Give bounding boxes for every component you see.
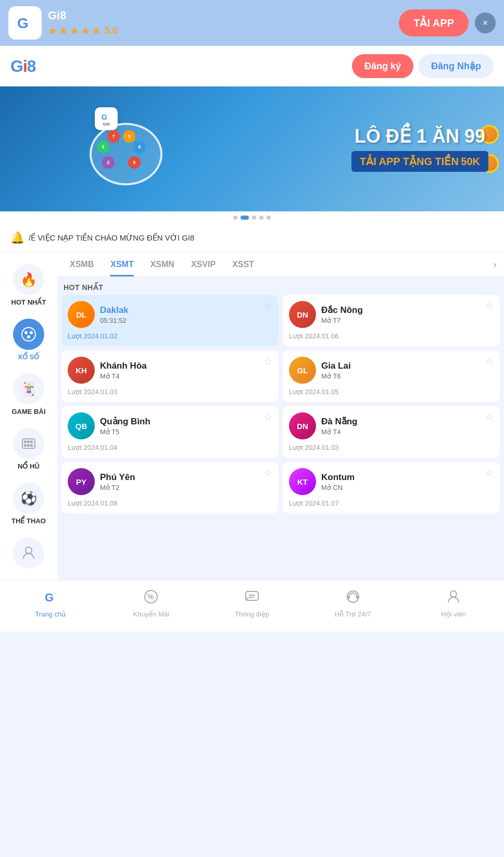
tab-xsst[interactable]: XSST bbox=[224, 253, 262, 276]
fav-quangbinh[interactable]: ☆ bbox=[264, 411, 272, 423]
dot-3[interactable] bbox=[252, 216, 256, 220]
badge-danang: DN bbox=[289, 412, 316, 439]
card-header-gialai: GL Gia Lai Mở T6 bbox=[289, 357, 494, 384]
nav-label-hotro: Hỗ Trợ 24/7 bbox=[335, 610, 371, 618]
time-danang: Mở T4 bbox=[321, 428, 494, 436]
login-button[interactable]: Đăng Nhập bbox=[419, 54, 494, 78]
tab-xsmn[interactable]: XSMN bbox=[142, 253, 183, 276]
thongdiep-icon bbox=[244, 589, 260, 608]
sidebar-item-nohu[interactable]: NỔ HŨ bbox=[0, 422, 57, 476]
fav-gialai[interactable]: ☆ bbox=[485, 356, 494, 367]
fav-phuyen[interactable]: ☆ bbox=[264, 467, 272, 478]
lottery-card-kontum[interactable]: ☆ KT Kontum Mở CN Lượt 2024.01.07 bbox=[283, 462, 500, 513]
ball-1: 7 bbox=[107, 130, 120, 143]
sidebar-item-xoso[interactable]: XỔ SỐ bbox=[0, 312, 57, 367]
lottery-card-quangbinh[interactable]: ☆ QB Quảng Bình Mở T5 Lượt 2024.01.04 bbox=[61, 406, 279, 458]
footer-quangbinh: Lượt 2024.01.04 bbox=[68, 444, 272, 451]
name-danang: Đà Nẵng bbox=[321, 416, 494, 427]
svg-rect-12 bbox=[30, 444, 33, 447]
banner-subtitle: TẢI APP TẶNG TIỀN 50K bbox=[351, 151, 488, 172]
info-phuyen: Phú Yên Mở T2 bbox=[100, 472, 272, 491]
nohu-icon bbox=[13, 428, 44, 459]
notification-bar: 🔔 /Ề VIỆC NẠP TIỀN CHÀO MỪNG ĐẾN VỚI GI8 bbox=[0, 224, 504, 253]
sidebar-label-hot: HOT NHẤT bbox=[11, 298, 46, 306]
info-gialai: Gia Lai Mở T6 bbox=[321, 361, 494, 380]
home-icon: G bbox=[43, 589, 58, 608]
time-khanhhoa: Mở T4 bbox=[100, 372, 272, 380]
footer-gialai: Lượt 2024.01.05 bbox=[289, 388, 494, 396]
star-4: ★ bbox=[81, 24, 90, 37]
time-phuyen: Mở T2 bbox=[100, 484, 272, 491]
name-dacnong: Đắc Nông bbox=[321, 305, 494, 316]
lottery-card-daklak[interactable]: ☆ DL Daklak 05:31:52 Lượt 2024.01.02 bbox=[61, 295, 279, 346]
info-dacnong: Đắc Nông Mở T7 bbox=[321, 305, 494, 324]
nav-item-khuyenmai[interactable]: % Khuyến Mãi bbox=[101, 586, 202, 621]
lottery-card-phuyen[interactable]: ☆ PY Phú Yên Mở T2 Lượt 2024.01.08 bbox=[61, 462, 279, 513]
tab-xsvip[interactable]: XSVIP bbox=[183, 253, 224, 276]
svg-point-2 bbox=[22, 327, 35, 341]
close-banner-button[interactable]: × bbox=[475, 12, 496, 33]
info-daklak: Daklak 05:31:52 bbox=[100, 305, 272, 324]
fav-daklak[interactable]: ☆ bbox=[264, 300, 272, 311]
main-banner[interactable]: G Gi8 7 3 9 6 2 5 LÔ ĐỀ 1 ĂN 99 TẢI APP … bbox=[0, 86, 504, 211]
name-khanhhoa: Khánh Hòa bbox=[100, 361, 272, 371]
sidebar-item-thethao[interactable]: ⚽ THỂ THAO bbox=[0, 476, 57, 531]
lottery-grid: ☆ DL Daklak 05:31:52 Lượt 2024.01.02 ☆ D… bbox=[57, 295, 504, 518]
nav-label-home: Trang chủ bbox=[35, 610, 66, 618]
app-info: Gi8 ★ ★ ★ ★ ★ 5.0 bbox=[48, 9, 393, 37]
header-nav: Gi8 Đăng ký Đăng Nhập bbox=[0, 46, 504, 86]
nav-item-hotro[interactable]: Hỗ Trợ 24/7 bbox=[303, 586, 404, 621]
svg-text:G: G bbox=[45, 591, 54, 604]
sidebar-label-gamebai: GAME BÀI bbox=[12, 408, 46, 415]
svg-point-4 bbox=[30, 331, 33, 334]
bell-icon: 🔔 bbox=[10, 231, 24, 245]
svg-rect-11 bbox=[27, 444, 30, 447]
lottery-card-gialai[interactable]: ☆ GL Gia Lai Mở T6 Lượt 2024.01.05 bbox=[283, 350, 500, 402]
sidebar-item-hot[interactable]: 🔥 HOT NHẤT bbox=[0, 258, 57, 312]
dot-2[interactable] bbox=[241, 216, 249, 220]
sidebar-label-nohu: NỔ HŨ bbox=[18, 462, 40, 470]
register-button[interactable]: Đăng ký bbox=[352, 54, 413, 78]
tab-xsmb[interactable]: XSMB bbox=[61, 253, 102, 276]
svg-point-5 bbox=[27, 335, 30, 338]
tab-next-arrow[interactable]: › bbox=[490, 254, 500, 275]
gamebai-icon: 🃏 bbox=[13, 373, 44, 405]
card-header-kontum: KT Kontum Mở CN bbox=[289, 468, 494, 495]
svg-point-3 bbox=[24, 331, 28, 334]
nav-label-khuyenmai: Khuyến Mãi bbox=[133, 610, 169, 618]
fav-kontum[interactable]: ☆ bbox=[485, 467, 494, 478]
footer-dacnong: Lượt 2024.01.06 bbox=[289, 332, 494, 340]
card-header-danang: DN Đà Nẵng Mở T4 bbox=[289, 412, 494, 439]
dot-4[interactable] bbox=[259, 216, 263, 220]
lottery-card-danang[interactable]: ☆ DN Đà Nẵng Mở T4 Lượt 2024.01.03 bbox=[283, 406, 500, 458]
footer-phuyen: Lượt 2024.01.08 bbox=[68, 499, 272, 507]
lottery-card-dacnong[interactable]: ☆ DN Đắc Nông Mở T7 Lượt 2024.01.06 bbox=[283, 295, 500, 346]
badge-dacnong: DN bbox=[289, 301, 316, 328]
bottom-nav: G Trang chủ % Khuyến Mãi Thông điệp bbox=[0, 580, 504, 632]
footer-danang: Lượt 2024.01.03 bbox=[289, 444, 494, 451]
svg-text:G: G bbox=[17, 15, 29, 31]
nav-item-thongdiep[interactable]: Thông điệp bbox=[201, 586, 303, 621]
sidebar-item-gamebai[interactable]: 🃏 GAME BÀI bbox=[0, 367, 57, 422]
banner-amount: 50K bbox=[461, 156, 480, 167]
fav-dacnong[interactable]: ☆ bbox=[485, 300, 494, 311]
dot-1[interactable] bbox=[233, 216, 237, 220]
nav-item-hoivien[interactable]: Hội viên bbox=[403, 586, 504, 621]
svg-point-23 bbox=[450, 591, 457, 597]
site-logo: Gi8 bbox=[10, 57, 36, 76]
tai-app-button[interactable]: TẢI APP bbox=[399, 9, 469, 36]
nav-item-home[interactable]: G Trang chủ bbox=[0, 586, 101, 621]
app-icon: G bbox=[8, 6, 42, 40]
tab-xsmt[interactable]: XSMT bbox=[102, 253, 142, 276]
svg-text:%: % bbox=[147, 593, 154, 601]
sidebar-item-member[interactable] bbox=[0, 531, 57, 575]
name-daklak: Daklak bbox=[100, 305, 272, 316]
time-dacnong: Mở T7 bbox=[321, 317, 494, 324]
dot-5[interactable] bbox=[267, 216, 271, 220]
name-kontum: Kontum bbox=[321, 472, 494, 483]
lottery-card-khanhhoa[interactable]: ☆ KH Khánh Hòa Mở T4 Lượt 2024.01.03 bbox=[61, 350, 279, 402]
svg-rect-22 bbox=[356, 596, 358, 599]
fav-danang[interactable]: ☆ bbox=[485, 411, 494, 423]
fav-khanhhoa[interactable]: ☆ bbox=[264, 356, 272, 367]
card-header-dacnong: DN Đắc Nông Mở T7 bbox=[289, 301, 494, 328]
